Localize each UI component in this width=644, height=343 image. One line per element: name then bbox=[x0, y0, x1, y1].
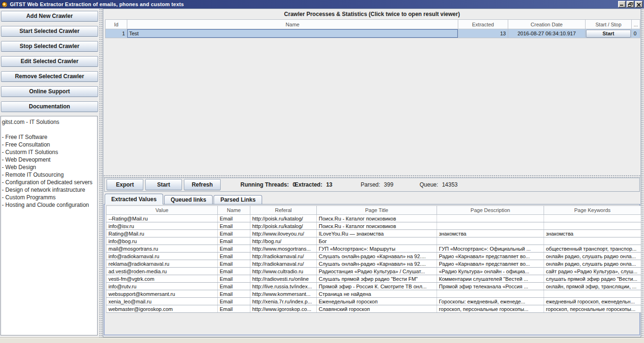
sidebar-link-free-it-software[interactable]: - Free IT Software bbox=[2, 133, 96, 141]
column-header-page-description[interactable]: Page Description bbox=[437, 206, 544, 215]
toolbar-button-export[interactable]: Export bbox=[107, 179, 143, 190]
tab-queued-links[interactable]: Queued links bbox=[164, 195, 213, 204]
cell-value: info@rutv.ru bbox=[107, 283, 218, 290]
cell-page-keywords: общественный транспорт, транспор... bbox=[544, 245, 641, 253]
cell-name: Email bbox=[218, 305, 250, 313]
stat-label: Parsed: bbox=[361, 181, 380, 188]
cell-referal: http://radiovesti.ru/online bbox=[250, 275, 317, 283]
column-header-id[interactable]: Id bbox=[106, 20, 127, 29]
cell-name: Email bbox=[218, 237, 250, 245]
column-header-name[interactable]: Name bbox=[127, 20, 458, 29]
cell-page-keywords bbox=[544, 237, 641, 245]
column-header-name[interactable]: Name bbox=[218, 206, 250, 215]
cell-page-keywords bbox=[544, 290, 641, 298]
sidebar-link-remote-it-outsourcing[interactable]: - Remote IT Outsourcing bbox=[2, 171, 96, 179]
cell-page-description: Гороскопы: ежедневный, еженеде... bbox=[437, 298, 544, 305]
toolbar-button-start[interactable]: Start bbox=[145, 179, 182, 190]
cell-page-title: Прямой эфир - Россия К. Смотрите ТВ онл.… bbox=[317, 283, 437, 290]
tab-parsed-links[interactable]: Parsed Links bbox=[214, 195, 262, 204]
sidebar-button-edit-selected-crawler[interactable]: Edit Selected Crawler bbox=[1, 56, 98, 67]
result-row[interactable]: webmaster@igoroskop.comEmailhttp://www.i… bbox=[107, 305, 641, 313]
result-row[interactable]: info@radiokarnaval.ruEmailhttp://radioka… bbox=[107, 253, 641, 260]
cell-page-description: Радио «Карнавал» представляет во... bbox=[437, 253, 544, 260]
sidebar-button-start-selected-crawler[interactable]: Start Selected Crawler bbox=[1, 26, 98, 37]
column-header-creation-date[interactable]: Creation Date bbox=[508, 20, 586, 29]
sidebar-link-design-of-network-infrastructure[interactable]: - Design of network infrastructure bbox=[2, 186, 96, 194]
column-header-page-keywords[interactable]: Page Keywords bbox=[544, 206, 641, 215]
tab-extracted-values[interactable]: Extracted Values bbox=[105, 194, 163, 204]
cell-name: Email bbox=[218, 283, 250, 290]
column-header-start-stop[interactable]: Start / Stop bbox=[586, 20, 632, 29]
result-row[interactable]: reklama@radiokarnaval.ruEmailhttp://radi… bbox=[107, 260, 641, 268]
minimize-button[interactable] bbox=[618, 1, 626, 8]
result-row[interactable]: websupport@kommersant.ruEmailhttp://www.… bbox=[107, 290, 641, 298]
result-row[interactable]: ad.vesti@roden-media.ruEmailhttp://www.c… bbox=[107, 268, 641, 275]
sidebar-link-free-consultation[interactable]: - Free Consultation bbox=[2, 141, 96, 148]
cell-page-description: знакомства bbox=[437, 230, 544, 237]
sidebar-link-custorm-it-solutions[interactable]: - Custorm IT Solutions bbox=[2, 148, 96, 156]
cell-value: xenia_leo@mail.ru bbox=[107, 298, 218, 305]
result-row[interactable]: Rating@Mail.ruEmailhttp://www.iloveyou.r… bbox=[107, 230, 641, 237]
cell-value: --Rating@Mail.ru bbox=[107, 215, 218, 222]
splitpane-divider-left[interactable] bbox=[99, 8, 103, 337]
result-row[interactable]: xenia_leo@mail.ruEmailhttp://xenia.7r.ru… bbox=[107, 298, 641, 305]
stat-parsed: Parsed:399 bbox=[361, 181, 393, 188]
result-row[interactable]: --Rating@Mail.ruEmailhttp://poisk.ru/kat… bbox=[107, 215, 641, 222]
stat-queue: Queue:14353 bbox=[420, 181, 458, 188]
main-panel: Crawler Processes & Statistics (Click tw… bbox=[103, 8, 641, 337]
cell-value: reklama@radiokarnaval.ru bbox=[107, 260, 218, 268]
column-header-extracted[interactable]: Extracted bbox=[458, 20, 508, 29]
app-logo-icon bbox=[1, 1, 8, 8]
minimize-icon bbox=[620, 5, 623, 6]
cell-page-description: «Радио Культура» онлайн - официа... bbox=[437, 268, 544, 275]
cell-page-title: Радиостанция «Радио Культура» / Слушат..… bbox=[317, 268, 437, 275]
stat-value: 13 bbox=[326, 181, 332, 188]
cell-page-title: Слушать онлайн-радио «Карнавал» на 92...… bbox=[317, 260, 437, 268]
cell-referal: http://www.igoroskop.co... bbox=[250, 305, 317, 313]
column-header-value[interactable]: Value bbox=[107, 206, 218, 215]
crawler-row[interactable]: 1Test132016-08-27 06:34:10.917Start0 bbox=[106, 29, 640, 38]
sidebar-button-add-new-crawler[interactable]: Add New Crawler bbox=[1, 11, 98, 22]
cell-page-description: ГУП «Мосгортранс»: Официальный ... bbox=[437, 245, 544, 253]
cell-page-description: гороскоп, персональные гороскопы... bbox=[437, 305, 544, 313]
sidebar-link-web-deveopment[interactable]: - Web Deveopment bbox=[2, 156, 96, 163]
cell-referal: http://www.mosgortrans... bbox=[250, 245, 317, 253]
cell-page-description bbox=[437, 215, 544, 222]
sidebar-button-stop-selected-crawler[interactable]: Stop Selected Crawler bbox=[1, 41, 98, 52]
crawler-table: Id Name Extracted Creation Date Start / … bbox=[105, 19, 640, 38]
column-header-page-title[interactable]: Page Title bbox=[317, 206, 437, 215]
result-row[interactable]: mail@mosgortrans.ruEmailhttp://www.mosgo… bbox=[107, 245, 641, 253]
sidebar-link-web-design[interactable]: - Web Design bbox=[2, 163, 96, 171]
result-row[interactable]: info@isv.ruEmailhttp://poisk.ru/katalog/… bbox=[107, 222, 641, 230]
sidebar-link-hosting-and-cloude-configuration[interactable]: - Hosting and Cloude configuration bbox=[2, 201, 96, 209]
cell-name: Email bbox=[218, 268, 250, 275]
cell-referal: http://www.iloveyou.ru/ bbox=[250, 230, 317, 237]
result-row[interactable]: info@bog.ruEmailhttp://bog.ru/Бог bbox=[107, 237, 641, 245]
column-header-referal[interactable]: Referal bbox=[250, 206, 317, 215]
cell-referal: http://www.kommersant... bbox=[250, 290, 317, 298]
column-header-threads[interactable]: ... bbox=[632, 20, 640, 29]
cell-page-title: Поиск.Ru - Каталог поисковиков bbox=[317, 222, 437, 230]
result-row[interactable]: vesti-fm@vgtrk.comEmailhttp://radiovesti… bbox=[107, 275, 641, 283]
sidebar-button-remove-selected-crawler[interactable]: Remove Selected Crawler bbox=[1, 71, 98, 82]
sidebar-link-configuration-of-dedicated-servers[interactable]: - Configuration of Dedicated servers bbox=[2, 179, 96, 186]
restore-icon bbox=[628, 4, 631, 7]
cell-page-keywords: гороскоп, персональные гороскопы... bbox=[544, 305, 641, 313]
toolbar: ExportStartRefresh Running Threads:0Extr… bbox=[104, 178, 640, 192]
sidebar-button-documentation[interactable]: Documentation bbox=[1, 101, 98, 112]
cell-page-title: Поиск.Ru - Каталог поисковиков bbox=[317, 215, 437, 222]
restore-button[interactable] bbox=[627, 1, 634, 8]
cell-page-description: Комментарии слушателей "Вестей ... bbox=[437, 275, 544, 283]
splitpane-divider-right[interactable] bbox=[641, 8, 644, 337]
sidebar-link-custom-programms[interactable]: - Custom Programms bbox=[2, 194, 96, 201]
result-row[interactable]: info@rutv.ruEmailhttp://live.russia.tv/i… bbox=[107, 283, 641, 290]
toolbar-button-refresh[interactable]: Refresh bbox=[184, 179, 221, 190]
close-button[interactable] bbox=[635, 1, 643, 8]
sidebar-button-online-support[interactable]: Online Support bbox=[1, 86, 98, 97]
cell-value: mail@mosgortrans.ru bbox=[107, 245, 218, 253]
titlebar[interactable]: GITST Web Extractor Extraction of emails… bbox=[0, 0, 644, 8]
stat-running-threads: Running Threads:0 bbox=[240, 181, 296, 188]
start-crawler-button[interactable]: Start bbox=[586, 30, 631, 38]
sidebar-links-header: gitst.com - IT Solutions bbox=[2, 118, 96, 126]
cell-name: Email bbox=[218, 275, 250, 283]
